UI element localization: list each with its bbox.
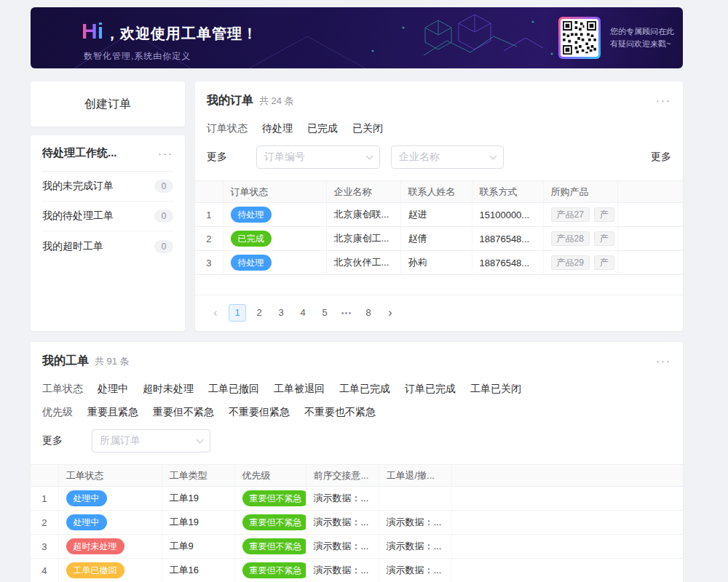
phone-cell: 15100000... <box>472 203 543 227</box>
banner-subtitle: 数智化管理,系统由你定义 <box>84 50 258 63</box>
orders-table: 订单状态 企业名称 联系人姓名 联系方式 所购产品 1 待处理 北京康创联...… <box>195 180 683 295</box>
pagination-next-icon[interactable]: › <box>381 304 399 322</box>
handover-cell: 演示数据：... <box>306 559 379 582</box>
contact-cell: 赵进 <box>400 203 472 227</box>
row-index: 2 <box>195 227 223 251</box>
product-tag: 产品29 <box>551 255 590 270</box>
product-tag: 产品27 <box>551 207 590 222</box>
row-index: 1 <box>31 487 58 511</box>
company-cell: 北京康创工... <box>326 227 400 251</box>
row-index: 1 <box>195 203 223 227</box>
more-toggle[interactable]: 更多 <box>42 434 63 447</box>
type-cell: 工单19 <box>162 487 234 511</box>
order-row[interactable]: 3 待处理 北京伙伴工... 孙莉 18876548... 产品29产 <box>195 251 683 275</box>
priority-option-important-urgent[interactable]: 重要且紧急 <box>87 406 138 419</box>
stat-count-badge: 0 <box>154 240 173 253</box>
column-header-status: 订单状态 <box>223 181 326 203</box>
order-number-select[interactable]: 订单编号 <box>256 146 380 169</box>
filter-option-done[interactable]: 已完成 <box>307 122 338 135</box>
withdraw-cell <box>379 487 451 511</box>
phone-cell: 18876548... <box>472 251 543 275</box>
welcome-banner: Hi ，欢迎使用工单管理！ 数智化管理,系统由你定义 <box>31 7 683 68</box>
order-row[interactable]: 2 已完成 北京康创工... 赵倩 18876548... 产品28产 <box>195 227 683 251</box>
workorders-search-row: 更多 所属订单 <box>31 429 683 453</box>
product-tag: 产 <box>594 207 614 222</box>
filter-option-returned[interactable]: 工单被退回 <box>274 383 325 396</box>
pagination-page-5[interactable]: 5 <box>316 304 333 322</box>
handover-cell: 演示数据：... <box>306 535 379 559</box>
create-order-label: 创建订单 <box>84 97 131 112</box>
column-header <box>31 465 58 487</box>
pagination-ellipsis[interactable]: ••• <box>338 304 355 322</box>
chevron-down-icon <box>366 153 373 160</box>
filter-option-overdue[interactable]: 超时未处理 <box>143 383 194 396</box>
my-workorders-card: 我的工单 共 91 条 ··· 工单状态 处理中 超时未处理 工单已撤回 工单被… <box>31 342 683 582</box>
orders-count: 共 24 条 <box>259 95 294 108</box>
pagination-prev-icon[interactable]: ‹ <box>207 304 224 322</box>
workorders-card-title: 我的工单 <box>42 354 89 369</box>
chevron-down-icon <box>490 153 497 160</box>
column-header-products: 所购产品 <box>543 181 617 203</box>
order-row[interactable]: 1 待处理 北京康创联... 赵进 15100000... 产品27产 <box>195 203 683 227</box>
pagination-page-1[interactable]: 1 <box>229 304 246 322</box>
column-header-status: 工单状态 <box>58 465 162 487</box>
card-menu-icon[interactable]: ··· <box>656 355 671 366</box>
stat-item-pending-tickets[interactable]: 我的待处理工单 0 <box>42 202 173 231</box>
stat-label: 我的超时工单 <box>42 240 154 253</box>
workorder-row[interactable]: 1 处理中 工单19 重要但不紧急 演示数据：... <box>31 487 683 511</box>
filter-option-withdrawn[interactable]: 工单已撤回 <box>208 383 259 396</box>
priority-badge: 重要但不紧急 <box>242 514 306 530</box>
priority-option-not-important-urgent[interactable]: 不重要但紧急 <box>229 406 290 419</box>
workorder-row[interactable]: 2 处理中 工单19 重要但不紧急 演示数据：... 演示数据：... <box>31 511 683 535</box>
pagination-page-4[interactable]: 4 <box>294 304 312 322</box>
stat-label: 我的未完成订单 <box>42 180 154 193</box>
priority-badge: 重要但不紧急 <box>242 538 306 554</box>
orders-table-header-row: 订单状态 企业名称 联系人姓名 联系方式 所购产品 <box>195 181 683 203</box>
column-header-company: 企业名称 <box>326 181 400 203</box>
create-order-button[interactable]: 创建订单 <box>31 81 185 127</box>
parent-order-select[interactable]: 所属订单 <box>92 429 210 453</box>
withdraw-cell: 演示数据：... <box>379 511 451 535</box>
card-menu-icon[interactable]: ··· <box>158 148 173 159</box>
contact-cell: 孙莉 <box>400 251 472 275</box>
filter-option-closed[interactable]: 已关闭 <box>352 122 383 135</box>
filter-option-ticket-done[interactable]: 工单已完成 <box>339 383 390 396</box>
empty-table-space <box>195 275 683 295</box>
banner-hi-text: Hi <box>82 19 103 44</box>
filter-option-processing[interactable]: 处理中 <box>98 383 128 396</box>
column-header-type: 工单类型 <box>162 465 234 487</box>
column-header <box>617 181 683 203</box>
more-link[interactable]: 更多 <box>651 151 671 164</box>
card-menu-icon[interactable]: ··· <box>656 95 671 105</box>
filter-label: 订单状态 <box>207 122 248 135</box>
company-name-select[interactable]: 企业名称 <box>391 146 504 169</box>
more-toggle[interactable]: 更多 <box>207 151 227 164</box>
pagination-page-2[interactable]: 2 <box>250 304 268 322</box>
row-index: 2 <box>31 511 58 535</box>
filter-option-pending[interactable]: 待处理 <box>262 122 293 135</box>
workorder-row[interactable]: 4 工单已撤回 工单16 重要但不紧急 演示数据：... 演示数据：... <box>31 559 683 582</box>
select-placeholder: 所属订单 <box>100 434 141 447</box>
filter-option-closed[interactable]: 工单已关闭 <box>470 383 521 396</box>
handover-cell: 演示数据：... <box>306 487 379 511</box>
order-status-filter: 订单状态 待处理 已完成 已关闭 <box>195 122 683 135</box>
priority-option-not-important-not-urgent[interactable]: 不重要也不紧急 <box>304 406 376 419</box>
priority-option-important-not-urgent[interactable]: 重要但不紧急 <box>153 406 214 419</box>
filter-option-order-done[interactable]: 订单已完成 <box>405 383 456 396</box>
pagination-page-8[interactable]: 8 <box>360 304 377 322</box>
workorders-count: 共 91 条 <box>95 355 130 368</box>
orders-pagination: ‹ 1 2 3 4 5 ••• 8 › <box>207 304 683 322</box>
pagination-page-3[interactable]: 3 <box>272 304 290 322</box>
withdraw-cell: 演示数据：... <box>379 559 451 582</box>
stat-item-overdue-tickets[interactable]: 我的超时工单 0 <box>42 231 173 261</box>
row-index: 3 <box>195 251 223 275</box>
column-header <box>451 465 683 487</box>
products-cell: 产品28产 <box>543 227 617 251</box>
select-placeholder: 订单编号 <box>264 151 305 164</box>
pending-work-stats-card: 待处理工作统... ··· 我的未完成订单 0 我的待处理工单 0 我的超时工单… <box>31 135 185 331</box>
stat-item-unfinished-orders[interactable]: 我的未完成订单 0 <box>42 172 173 202</box>
qr-caption: 您的专属顾问在此 有疑问欢迎来戳~ <box>610 25 674 50</box>
phone-cell: 18876548... <box>472 227 543 251</box>
workorder-row[interactable]: 3 超时未处理 工单9 重要但不紧急 演示数据：... 演示数据：... <box>31 535 683 559</box>
column-header <box>195 181 223 203</box>
